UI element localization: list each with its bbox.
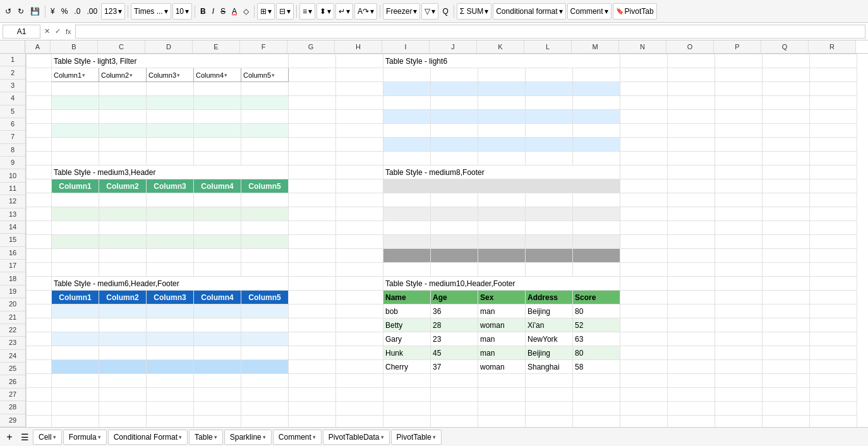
row-header-16[interactable]: 16: [0, 247, 25, 260]
sum-dropdown[interactable]: Σ SUM ▾: [457, 3, 491, 20]
cell-O1[interactable]: [668, 54, 715, 68]
row-header-21[interactable]: 21: [0, 311, 25, 324]
corner-cell[interactable]: [0, 40, 25, 53]
confirm-icon[interactable]: ✓: [54, 27, 62, 35]
cell-Q2[interactable]: [763, 68, 810, 82]
row-header-28[interactable]: 28: [0, 401, 25, 414]
cell-E2[interactable]: Column4▾: [194, 68, 241, 82]
merge-dropdown[interactable]: ⊟ ▾: [276, 3, 294, 20]
currency-button[interactable]: ¥: [48, 3, 57, 20]
col-header-G[interactable]: G: [287, 40, 335, 53]
col-header-E[interactable]: E: [193, 40, 240, 53]
save-button[interactable]: 💾: [28, 3, 42, 20]
col-header-I[interactable]: I: [382, 40, 430, 53]
row-header-10[interactable]: 10: [0, 169, 25, 182]
row-header-20[interactable]: 20: [0, 298, 25, 311]
align-v-dropdown[interactable]: ⬍ ▾: [316, 3, 334, 20]
tab-cell[interactable]: Cell ▾: [33, 430, 62, 445]
tab-conditional-format[interactable]: Conditional Format ▾: [108, 430, 188, 445]
cell-G1[interactable]: [289, 54, 336, 68]
pivot-dropdown[interactable]: 🔖 PivotTab: [613, 3, 657, 20]
row-header-26[interactable]: 26: [0, 375, 25, 388]
col-header-O[interactable]: O: [666, 40, 714, 53]
freeze-dropdown[interactable]: Freezer ▾: [383, 3, 420, 20]
format-dropdown[interactable]: 123 ▾: [101, 3, 125, 20]
cell-H1[interactable]: [336, 54, 383, 68]
tab-table[interactable]: Table ▾: [189, 430, 223, 445]
redo-button[interactable]: ↻: [15, 3, 27, 20]
cell-B1[interactable]: Table Style - light3, Filter: [52, 54, 289, 68]
col-header-L[interactable]: L: [524, 40, 572, 53]
col-header-R[interactable]: R: [809, 40, 856, 53]
align-h-dropdown[interactable]: ≡ ▾: [299, 3, 315, 20]
row-header-12[interactable]: 12: [0, 195, 25, 208]
col-header-F[interactable]: F: [240, 40, 287, 53]
tab-comment[interactable]: Comment ▾: [273, 430, 322, 445]
col-header-M[interactable]: M: [572, 40, 619, 53]
tab-formula[interactable]: Formula ▾: [63, 430, 107, 445]
cell-B2[interactable]: Column1▾: [52, 68, 99, 82]
text-wrap-dropdown[interactable]: ↵ ▾: [335, 3, 353, 20]
cell-N1[interactable]: [620, 54, 668, 68]
tab-pivot-table-data[interactable]: PivotTableData ▾: [323, 430, 390, 445]
cell-C2[interactable]: Column2▾: [99, 68, 147, 82]
cell-O2[interactable]: [668, 68, 715, 82]
search-button[interactable]: Q: [440, 3, 450, 20]
grid[interactable]: Table Style - light3, Filter Table Style…: [26, 54, 868, 427]
cancel-icon[interactable]: ✕: [43, 27, 51, 35]
row-header-3[interactable]: 3: [0, 80, 25, 92]
tab-pivot-table[interactable]: PivotTable ▾: [391, 430, 442, 445]
col-header-D[interactable]: D: [145, 40, 193, 53]
formula-input[interactable]: [75, 25, 865, 39]
percent-button[interactable]: %: [59, 3, 71, 20]
row-header-2[interactable]: 2: [0, 66, 25, 79]
cell-H2[interactable]: [336, 68, 383, 82]
comment-dropdown[interactable]: Comment ▾: [567, 3, 612, 20]
cell-K2[interactable]: [478, 68, 526, 82]
row-header-7[interactable]: 7: [0, 131, 25, 143]
strikethrough-button[interactable]: S: [218, 3, 228, 20]
cell-I2[interactable]: [383, 68, 431, 82]
italic-button[interactable]: I: [210, 3, 217, 20]
row-header-11[interactable]: 11: [0, 183, 25, 195]
col-header-N[interactable]: N: [619, 40, 666, 53]
row-header-29[interactable]: 29: [0, 414, 25, 427]
row-header-14[interactable]: 14: [0, 221, 25, 234]
filter-dropdown[interactable]: ▽ ▾: [421, 3, 438, 20]
sheet-menu-button[interactable]: ☰: [18, 430, 32, 444]
cond-format-dropdown[interactable]: Conditional format ▾: [493, 3, 565, 20]
col-header-J[interactable]: J: [430, 40, 477, 53]
cell-R1[interactable]: [810, 54, 857, 68]
cell-M2[interactable]: [573, 68, 620, 82]
text-rotate-dropdown[interactable]: A↷ ▾: [354, 3, 377, 20]
font-family-dropdown[interactable]: Times ... ▾: [131, 3, 171, 20]
cell-J2[interactable]: [431, 68, 478, 82]
row-header-6[interactable]: 6: [0, 118, 25, 131]
col-header-A[interactable]: A: [25, 40, 51, 53]
row-header-22[interactable]: 22: [0, 324, 25, 337]
borders-dropdown[interactable]: ⊞ ▾: [257, 3, 275, 20]
cell-G2[interactable]: [289, 68, 336, 82]
cell-R2[interactable]: [810, 68, 857, 82]
cell-D2[interactable]: Column3▾: [147, 68, 194, 82]
undo-button[interactable]: ↺: [3, 3, 14, 20]
bold-button[interactable]: B: [198, 3, 208, 20]
col-header-P[interactable]: P: [714, 40, 761, 53]
row-header-25[interactable]: 25: [0, 363, 25, 375]
row-header-9[interactable]: 9: [0, 157, 25, 169]
decimal-less-button[interactable]: .0: [71, 3, 83, 20]
row-header-18[interactable]: 18: [0, 272, 25, 285]
font-color-button[interactable]: A: [229, 3, 239, 20]
row-header-4[interactable]: 4: [0, 92, 25, 105]
row-header-13[interactable]: 13: [0, 208, 25, 221]
row-header-24[interactable]: 24: [0, 350, 25, 363]
font-size-dropdown[interactable]: 10 ▾: [172, 3, 192, 20]
col-header-B[interactable]: B: [51, 40, 98, 53]
row-header-1[interactable]: 1: [0, 54, 25, 66]
add-sheet-button[interactable]: +: [3, 430, 16, 444]
cell-P2[interactable]: [715, 68, 763, 82]
row-header-15[interactable]: 15: [0, 234, 25, 246]
cell-P1[interactable]: [715, 54, 763, 68]
row-header-27[interactable]: 27: [0, 389, 25, 401]
row-header-8[interactable]: 8: [0, 144, 25, 157]
